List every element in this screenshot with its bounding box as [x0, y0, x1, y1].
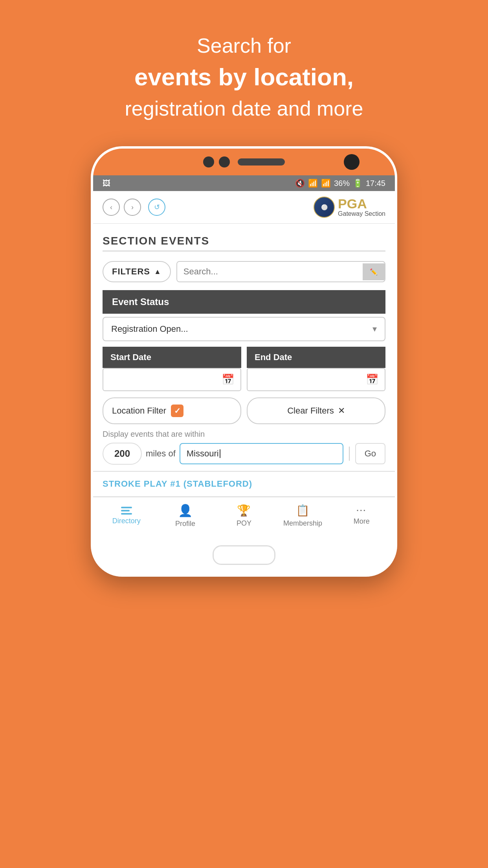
- title-underline: [103, 250, 385, 252]
- filters-button[interactable]: FILTERS ▲: [103, 261, 171, 282]
- pga-logo: ⚪ PGA Gateway Section: [314, 197, 385, 218]
- phone-dot-2: [219, 156, 230, 167]
- clear-filters-button[interactable]: Clear Filters ✕: [247, 397, 385, 424]
- start-date-header: Start Date: [103, 347, 241, 368]
- more-icon: ···: [356, 506, 367, 515]
- nav-item-directory[interactable]: Directory: [97, 507, 156, 525]
- refresh-icon: ↺: [154, 203, 160, 211]
- nav-item-profile[interactable]: 👤 Profile: [156, 504, 215, 528]
- app-content: SECTION EVENTS FILTERS ▲ ✏️ Event Status: [93, 224, 395, 574]
- filters-arrow-icon: ▲: [154, 268, 161, 276]
- clear-filters-label: Clear Filters: [287, 406, 334, 416]
- hero-section: Search for events by location, registrat…: [125, 31, 363, 123]
- mute-icon: 🔇: [295, 178, 305, 188]
- emblem-text: ⚪: [321, 204, 328, 210]
- status-bar: 🖼 🔇 📶 📶 36% 🔋 17:45: [93, 175, 395, 191]
- navigation-bar: ‹ › ↺ ⚪ PGA Gateway Section: [93, 191, 395, 224]
- profile-icon: 👤: [178, 504, 193, 517]
- phone-frame: 🖼 🔇 📶 📶 36% 🔋 17:45 ‹ › ↺: [91, 146, 397, 577]
- location-filter-label: Location Filter: [112, 406, 166, 416]
- event-status-dropdown[interactable]: Registration Open... ▾: [103, 317, 385, 341]
- button-row: Location Filter ✓ Clear Filters ✕: [103, 397, 385, 424]
- page-title: SECTION EVENTS: [93, 224, 395, 250]
- event-section: STROKE PLAY #1 (STABLEFORD): [93, 471, 395, 497]
- event-status-header: Event Status: [103, 290, 385, 314]
- event-title: STROKE PLAY #1 (STABLEFORD): [103, 479, 385, 489]
- filters-label: FILTERS: [112, 267, 150, 277]
- location-filter-button[interactable]: Location Filter ✓: [103, 397, 241, 424]
- nav-arrows: ‹ › ↺: [103, 199, 165, 216]
- battery-percent: 36%: [334, 179, 350, 188]
- forward-icon: ›: [131, 203, 134, 211]
- start-date-input[interactable]: 📅: [103, 368, 241, 391]
- pga-section: Gateway Section: [338, 210, 385, 217]
- pga-emblem: ⚪: [314, 197, 335, 218]
- profile-label: Profile: [175, 520, 195, 528]
- miles-of-text: miles of: [146, 449, 176, 459]
- trophy-icon: 🏆: [237, 504, 251, 517]
- membership-label: Membership: [283, 519, 322, 528]
- event-card: STROKE PLAY #1 (STABLEFORD): [93, 472, 395, 497]
- location-filter-checkbox: ✓: [171, 405, 183, 417]
- home-button[interactable]: [213, 545, 275, 565]
- chevron-down-icon: ▾: [372, 324, 377, 334]
- phone-speaker: [238, 158, 285, 166]
- membership-icon: 📋: [296, 504, 310, 517]
- phone-wrapper: 🖼 🔇 📶 📶 36% 🔋 17:45 ‹ › ↺: [91, 146, 397, 577]
- search-icon-button[interactable]: ✏️: [363, 263, 385, 280]
- poy-label: POY: [237, 519, 251, 528]
- forward-button[interactable]: ›: [124, 199, 141, 216]
- phone-camera: [344, 154, 360, 170]
- nav-item-poy[interactable]: 🏆 POY: [215, 504, 273, 528]
- wifi-icon: 📶: [308, 178, 318, 188]
- status-right: 🔇 📶 📶 36% 🔋 17:45: [295, 178, 385, 188]
- start-calendar-icon: 📅: [222, 373, 234, 386]
- date-header-row: Start Date End Date: [103, 347, 385, 368]
- end-date-header: End Date: [247, 347, 385, 368]
- display-events-label: Display events that are within: [103, 430, 385, 439]
- search-bar: ✏️: [176, 261, 385, 282]
- battery-icon: 🔋: [353, 178, 363, 188]
- back-button[interactable]: ‹: [103, 199, 120, 216]
- more-label: More: [354, 517, 370, 526]
- hero-line3: registration date and more: [125, 94, 363, 123]
- phone-bottom: [93, 536, 395, 574]
- clock: 17:45: [366, 179, 385, 188]
- search-pencil-icon: ✏️: [370, 268, 378, 276]
- miles-value: 200: [114, 448, 130, 459]
- event-status-value: Registration Open...: [111, 324, 188, 334]
- bottom-nav: Directory 👤 Profile 🏆 POY 📋 Membership ·…: [93, 497, 395, 536]
- phone-dots: [203, 156, 230, 167]
- pga-text-group: PGA Gateway Section: [338, 197, 385, 217]
- phone-dot-1: [203, 156, 214, 167]
- search-input[interactable]: [177, 262, 363, 281]
- refresh-button[interactable]: ↺: [148, 199, 165, 216]
- miles-row: 200 miles of Missouri Go: [103, 443, 385, 465]
- hero-line1: Search for: [125, 31, 363, 60]
- pga-name: PGA: [338, 197, 385, 210]
- directory-icon: [121, 507, 132, 515]
- miles-input[interactable]: 200: [103, 443, 142, 465]
- clear-icon: ✕: [338, 406, 345, 416]
- end-calendar-icon: 📅: [366, 373, 378, 386]
- filter-row: FILTERS ▲ ✏️: [93, 261, 395, 290]
- status-icon-left: 🖼: [103, 179, 110, 188]
- hero-line2: events by location,: [125, 60, 363, 94]
- date-input-row: 📅 📅: [103, 368, 385, 391]
- back-icon: ‹: [110, 203, 112, 211]
- go-button[interactable]: Go: [355, 443, 385, 464]
- phone-top-bar: [93, 149, 395, 175]
- location-input[interactable]: Missouri: [180, 443, 343, 464]
- separator: [349, 447, 350, 461]
- directory-label: Directory: [112, 517, 141, 525]
- nav-item-membership[interactable]: 📋 Membership: [273, 504, 332, 528]
- end-date-input[interactable]: 📅: [247, 368, 385, 391]
- text-cursor: [220, 449, 220, 458]
- nav-item-more[interactable]: ··· More: [332, 506, 391, 526]
- signal-icon: 📶: [321, 178, 331, 188]
- location-value: Missouri: [187, 449, 219, 459]
